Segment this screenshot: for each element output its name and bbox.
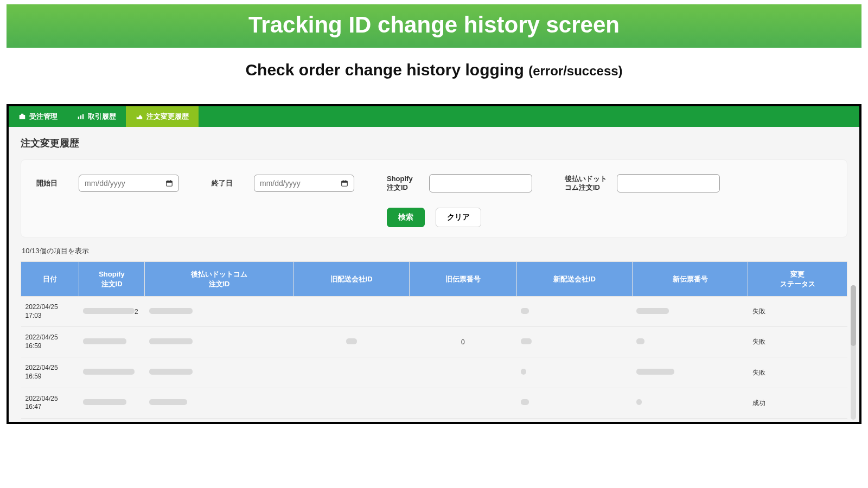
cell-old-slip: 0 xyxy=(409,327,516,357)
table-row[interactable]: 2022/04/2516:59 失敗 xyxy=(21,357,847,388)
redacted-value xyxy=(636,399,642,405)
cell-atobarai-id xyxy=(145,357,293,388)
cell-old-slip xyxy=(409,388,516,418)
col-status[interactable]: 変更 ステータス xyxy=(748,262,847,297)
navbar: 受注管理 取引履歴 注文変更履歴 xyxy=(9,106,859,127)
redacted-value xyxy=(521,399,529,405)
col-date[interactable]: 日付 xyxy=(21,262,79,297)
cell-shopify-id xyxy=(79,357,145,388)
svg-rect-11 xyxy=(343,180,343,182)
redacted-value xyxy=(83,399,126,405)
col-old-carrier[interactable]: 旧配送会社ID xyxy=(293,262,409,297)
subtitle-main: Check order change history logging xyxy=(245,61,528,79)
cell-old-carrier xyxy=(293,327,409,357)
cell-date: 2022/04/2517:03 xyxy=(21,297,79,327)
svg-rect-4 xyxy=(82,114,84,119)
redacted-value xyxy=(521,338,532,344)
cell-atobarai-id xyxy=(145,297,293,327)
cell-new-carrier xyxy=(516,297,632,327)
banner: Tracking ID change history screen xyxy=(7,4,861,48)
col-old-slip[interactable]: 旧伝票番号 xyxy=(409,262,516,297)
col-shopify-id[interactable]: Shopify 注文ID xyxy=(79,262,145,297)
table-row[interactable]: 2022/04/2516:59 0 失敗 xyxy=(21,327,847,357)
start-date-placeholder: mm/dd/yyyy xyxy=(85,179,125,188)
banner-title: Tracking ID change history screen xyxy=(248,12,620,37)
nav-item-change-history[interactable]: 注文変更履歴 xyxy=(126,106,199,127)
page-title: 注文変更履歴 xyxy=(21,137,847,150)
cell-shopify-id xyxy=(79,327,145,357)
end-date-input[interactable]: mm/dd/yyyy xyxy=(254,175,354,192)
redacted-value xyxy=(83,308,135,314)
svg-rect-6 xyxy=(167,181,173,183)
cell-new-slip xyxy=(632,327,748,357)
svg-rect-12 xyxy=(346,180,346,182)
svg-rect-1 xyxy=(21,114,24,115)
redacted-value xyxy=(149,369,193,375)
svg-rect-7 xyxy=(168,180,168,182)
svg-rect-2 xyxy=(78,117,79,119)
shopify-id-label: Shopify 注文ID xyxy=(387,175,419,192)
chart-bar-icon xyxy=(77,113,85,120)
search-panel: 開始日 mm/dd/yyyy 終了日 mm/dd/yyyy xyxy=(21,159,847,237)
app-window: 受注管理 取引履歴 注文変更履歴 注文変更履歴 開始日 xyxy=(7,104,861,424)
col-new-carrier[interactable]: 新配送会社ID xyxy=(516,262,632,297)
redacted-value xyxy=(636,338,644,344)
nav-item-orders[interactable]: 受注管理 xyxy=(9,106,67,127)
redacted-value xyxy=(636,308,669,314)
nav-item-transactions[interactable]: 取引履歴 xyxy=(67,106,126,127)
atobarai-id-input[interactable] xyxy=(617,174,720,192)
start-date-input[interactable]: mm/dd/yyyy xyxy=(79,175,179,192)
history-table-wrap: 日付 Shopify 注文ID 後払いドットコム 注文ID 旧配送会社ID 旧伝… xyxy=(21,261,847,419)
redacted-value xyxy=(83,338,126,344)
redacted-value xyxy=(149,338,193,344)
cell-shopify-id: 2 xyxy=(79,297,145,327)
redacted-value xyxy=(346,338,357,344)
shopify-id-input[interactable] xyxy=(429,174,532,192)
redacted-value xyxy=(83,369,135,375)
redacted-value xyxy=(636,369,674,375)
table-row[interactable]: 2022/04/2517:03 2 失敗 xyxy=(21,297,847,327)
cell-old-slip xyxy=(409,297,516,327)
cell-old-carrier xyxy=(293,388,409,418)
svg-rect-0 xyxy=(20,115,25,119)
nav-label: 注文変更履歴 xyxy=(146,112,189,121)
scrollbar[interactable] xyxy=(851,285,856,420)
subtitle: Check order change history logging (erro… xyxy=(0,48,868,82)
nav-label: 受注管理 xyxy=(29,112,58,121)
table-row[interactable]: 2022/04/2516:47 成功 xyxy=(21,388,847,418)
cell-atobarai-id xyxy=(145,388,293,418)
history-table: 日付 Shopify 注文ID 後払いドットコム 注文ID 旧配送会社ID 旧伝… xyxy=(21,261,847,419)
cell-shopify-id xyxy=(79,388,145,418)
search-button[interactable]: 検索 xyxy=(387,208,425,227)
cell-status: 成功 xyxy=(748,388,847,418)
col-atobarai-id[interactable]: 後払いドットコム 注文ID xyxy=(145,262,293,297)
scrollbar-thumb[interactable] xyxy=(851,285,856,346)
cell-status: 失敗 xyxy=(748,327,847,357)
cell-new-carrier xyxy=(516,357,632,388)
cell-new-carrier xyxy=(516,388,632,418)
cell-old-slip xyxy=(409,357,516,388)
redacted-value xyxy=(521,369,526,375)
redacted-value xyxy=(149,399,187,405)
svg-rect-10 xyxy=(342,181,348,183)
cell-old-carrier xyxy=(293,297,409,327)
cell-new-slip xyxy=(632,357,748,388)
atobarai-id-label: 後払いドット コム注文ID xyxy=(565,175,607,192)
cell-new-carrier xyxy=(516,327,632,357)
cell-date: 2022/04/2516:59 xyxy=(21,327,79,357)
briefcase-icon xyxy=(18,113,26,120)
start-date-label: 開始日 xyxy=(36,178,69,188)
subtitle-paren: (error/success) xyxy=(528,63,622,78)
cell-date: 2022/04/2516:47 xyxy=(21,388,79,418)
clear-button[interactable]: クリア xyxy=(436,208,481,227)
cell-new-slip xyxy=(632,297,748,327)
cell-date: 2022/04/2516:59 xyxy=(21,357,79,388)
calendar-icon xyxy=(341,179,348,187)
end-date-placeholder: mm/dd/yyyy xyxy=(260,179,301,188)
cell-atobarai-id xyxy=(145,327,293,357)
redacted-value xyxy=(521,308,529,314)
col-new-slip[interactable]: 新伝票番号 xyxy=(632,262,748,297)
cell-status: 失敗 xyxy=(748,357,847,388)
item-count-text: 10/13個の項目を表示 xyxy=(22,246,846,256)
end-date-label: 終了日 xyxy=(212,178,244,188)
